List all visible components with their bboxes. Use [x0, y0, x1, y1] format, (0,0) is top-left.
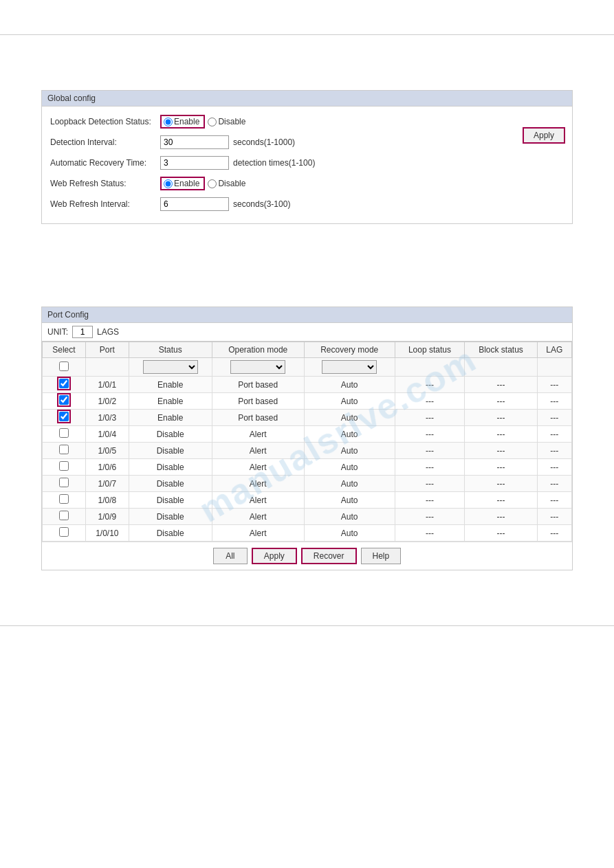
row-loop-status-4: --- [395, 443, 465, 459]
row-block-status-5: --- [465, 459, 537, 476]
row-checkbox-2[interactable] [59, 412, 69, 421]
row-loop-status-6: --- [395, 476, 465, 492]
col-loop-status: Loop status [395, 342, 465, 358]
row-block-status-9: --- [465, 525, 537, 542]
row-loop-status-7: --- [395, 492, 465, 509]
web-refresh-status-row: Web Refresh Status: Enable Disable [50, 175, 564, 192]
table-row: 1/0/7 Disable Alert Auto --- --- --- [43, 476, 572, 492]
table-row: 1/0/1 Enable Port based Auto --- --- --- [43, 377, 572, 393]
col-select: Select [43, 342, 86, 358]
row-port-8: 1/0/9 [85, 509, 129, 525]
row-operation-mode-5: Alert [212, 459, 304, 476]
col-operation-mode: Operation mode [212, 342, 304, 358]
row-checkbox-1[interactable] [59, 395, 69, 405]
row-operation-mode-9: Alert [212, 525, 304, 542]
global-config-header: Global config [42, 91, 572, 107]
row-operation-mode-3: Alert [212, 426, 304, 443]
row-lag-1: --- [537, 393, 571, 410]
row-lag-0: --- [537, 377, 571, 393]
row-block-status-6: --- [465, 476, 537, 492]
row-block-status-2: --- [465, 410, 537, 426]
web-refresh-disable-option[interactable]: Disable [208, 179, 245, 188]
row-checkbox-9[interactable] [59, 527, 69, 537]
status-filter[interactable]: EnableDisable [143, 360, 198, 374]
loopback-enable-label: Enable [174, 117, 199, 126]
loopback-enable-radio[interactable] [164, 118, 173, 126]
loopback-disable-radio[interactable] [208, 118, 217, 126]
row-operation-mode-7: Alert [212, 492, 304, 509]
row-checkbox-6[interactable] [59, 478, 69, 487]
table-row: 1/0/3 Enable Port based Auto --- --- --- [43, 410, 572, 426]
row-recovery-mode-4: Auto [304, 443, 395, 459]
row-loop-status-5: --- [395, 459, 465, 476]
row-operation-mode-8: Alert [212, 509, 304, 525]
table-row: 1/0/2 Enable Port based Auto --- --- --- [43, 393, 572, 410]
row-checkbox-8[interactable] [59, 511, 69, 520]
web-refresh-interval-label: Web Refresh Interval: [50, 199, 160, 209]
row-recovery-mode-5: Auto [304, 459, 395, 476]
detection-interval-controls: seconds(1-1000) [160, 135, 295, 149]
detection-interval-label: Detection Interval: [50, 137, 160, 147]
web-refresh-enable-radio[interactable] [164, 179, 173, 188]
row-recovery-mode-3: Auto [304, 426, 395, 443]
row-lag-3: --- [537, 426, 571, 443]
detection-interval-row: Detection Interval: seconds(1-1000) [50, 134, 564, 151]
web-refresh-disable-radio[interactable] [208, 179, 217, 188]
action-buttons-bar: All Apply Recover Help [42, 542, 572, 570]
table-row: 1/0/6 Disable Alert Auto --- --- --- [43, 459, 572, 476]
all-button[interactable]: All [213, 548, 248, 564]
row-port-9: 1/0/10 [85, 525, 129, 542]
auto-recovery-input[interactable] [160, 156, 229, 170]
select-all-checkbox[interactable] [59, 361, 69, 371]
web-refresh-interval-input[interactable] [160, 197, 229, 211]
table-row: 1/0/8 Disable Alert Auto --- --- --- [43, 492, 572, 509]
loopback-enable-option[interactable]: Enable [160, 115, 205, 129]
loopback-disable-label: Disable [218, 117, 245, 126]
detection-interval-hint: seconds(1-1000) [233, 137, 295, 147]
web-refresh-interval-hint: seconds(3-100) [233, 199, 290, 209]
operation-mode-filter[interactable]: Port basedAlert [230, 360, 285, 374]
recovery-mode-filter[interactable]: Auto [322, 360, 377, 374]
web-refresh-enable-label: Enable [174, 179, 199, 188]
row-port-2: 1/0/3 [85, 410, 129, 426]
row-status-9: Disable [129, 525, 212, 542]
filter-row: EnableDisable Port basedAlert Auto [43, 358, 572, 377]
row-port-4: 1/0/5 [85, 443, 129, 459]
row-port-1: 1/0/2 [85, 393, 129, 410]
table-row: 1/0/4 Disable Alert Auto --- --- --- [43, 426, 572, 443]
row-lag-2: --- [537, 410, 571, 426]
table-row: 1/0/10 Disable Alert Auto --- --- --- [43, 525, 572, 542]
recover-button[interactable]: Recover [301, 548, 357, 564]
row-operation-mode-4: Alert [212, 443, 304, 459]
loopback-disable-option[interactable]: Disable [208, 117, 245, 126]
port-config-section: Port Config UNIT: LAGS Select Port Statu… [41, 307, 573, 570]
loopback-status-row: Loopback Detection Status: Enable Disabl… [50, 113, 564, 130]
apply-button[interactable]: Apply [252, 548, 297, 564]
row-status-3: Disable [129, 426, 212, 443]
row-checkbox-7[interactable] [59, 494, 69, 504]
row-recovery-mode-2: Auto [304, 410, 395, 426]
auto-recovery-hint: detection times(1-100) [233, 158, 315, 168]
row-recovery-mode-1: Auto [304, 393, 395, 410]
row-status-8: Disable [129, 509, 212, 525]
row-checkbox-3[interactable] [59, 428, 69, 438]
port-config-header: Port Config [42, 307, 572, 323]
row-checkbox-4[interactable] [59, 445, 69, 454]
col-block-status: Block status [465, 342, 537, 358]
col-lag: LAG [537, 342, 571, 358]
help-button[interactable]: Help [361, 548, 402, 564]
global-apply-button[interactable]: Apply [523, 127, 565, 144]
port-table: Select Port Status Operation mode Recove… [42, 342, 572, 542]
unit-input[interactable] [72, 326, 93, 338]
row-operation-mode-6: Alert [212, 476, 304, 492]
row-block-status-3: --- [465, 426, 537, 443]
web-refresh-enable-option[interactable]: Enable [160, 177, 205, 190]
row-checkbox-5[interactable] [59, 461, 69, 471]
web-refresh-radio-group: Enable Disable [160, 177, 245, 190]
col-recovery-mode: Recovery mode [304, 342, 395, 358]
row-checkbox-0[interactable] [59, 379, 69, 388]
detection-interval-input[interactable] [160, 135, 229, 149]
row-recovery-mode-7: Auto [304, 492, 395, 509]
web-refresh-interval-controls: seconds(3-100) [160, 197, 290, 211]
row-port-3: 1/0/4 [85, 426, 129, 443]
